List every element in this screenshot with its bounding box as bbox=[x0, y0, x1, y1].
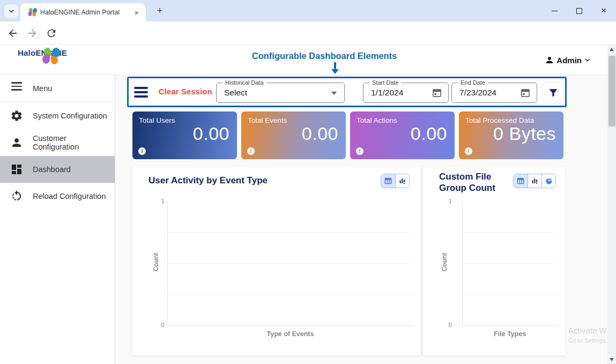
clear-session-button[interactable]: Clear Session bbox=[154, 78, 217, 106]
info-icon[interactable]: i bbox=[138, 147, 146, 155]
y-axis-min-tick: 0 bbox=[155, 322, 165, 328]
chart-type-toggle bbox=[513, 174, 556, 188]
minimize-icon bbox=[552, 11, 558, 11]
gridline bbox=[167, 232, 413, 233]
card-value: 0.00 bbox=[411, 123, 447, 144]
info-icon[interactable]: i bbox=[247, 147, 255, 155]
annotation-arrow-icon bbox=[334, 62, 336, 69]
chart-panel-user-activity: User Activity by Event Type 1 0 Count Ty… bbox=[132, 166, 421, 355]
browser-tab[interactable]: HaloENGINE Admin Portal × bbox=[20, 3, 146, 21]
chart-title: Custom File Group Count bbox=[439, 171, 509, 194]
new-tab-button[interactable]: + bbox=[153, 4, 166, 17]
bar-chart-icon bbox=[398, 177, 406, 185]
window-maximize-button[interactable] bbox=[567, 0, 591, 21]
card-label: Total Events bbox=[248, 116, 287, 124]
start-date-field[interactable]: Start Date 1/1/2024 bbox=[363, 83, 449, 103]
maximize-icon bbox=[576, 8, 582, 14]
stat-card-total-actions: Total Actions 0.00 i bbox=[350, 112, 455, 159]
app-header: HaloENGINE Configurable Dashboard Elemen… bbox=[0, 45, 607, 75]
sidebar-item-label: Dashboard bbox=[33, 165, 71, 174]
favicon bbox=[28, 8, 33, 17]
card-value: 0.00 bbox=[302, 123, 338, 144]
chart-type-toggle bbox=[381, 174, 410, 188]
dashboard-icon bbox=[10, 163, 23, 176]
info-icon[interactable]: i bbox=[465, 147, 472, 155]
watermark-line2: Go to Settings bbox=[568, 337, 607, 344]
bar-chart-view-button[interactable] bbox=[395, 174, 409, 188]
x-axis-label: Type of Events bbox=[167, 330, 413, 338]
historical-data-select[interactable]: Historical Data Select bbox=[216, 83, 345, 103]
y-axis-min-tick: 0 bbox=[442, 322, 452, 328]
sidebar-item-menu[interactable]: Menu bbox=[0, 75, 115, 102]
gridline bbox=[462, 263, 558, 264]
stat-card-total-events: Total Events 0.00 i bbox=[241, 112, 346, 159]
table-view-button[interactable] bbox=[514, 174, 528, 188]
chevron-down-icon bbox=[8, 8, 14, 14]
filter-funnel-icon bbox=[548, 87, 559, 98]
app-viewport: HaloENGINE Configurable Dashboard Elemen… bbox=[0, 45, 607, 364]
card-value: 0.00 bbox=[193, 123, 229, 144]
menu-toggle-icon[interactable] bbox=[134, 85, 150, 100]
forward-icon[interactable] bbox=[26, 27, 38, 39]
sidebar-item-label: Menu bbox=[33, 84, 52, 93]
y-axis-max-tick: 1 bbox=[442, 198, 452, 204]
calendar-icon[interactable] bbox=[520, 87, 531, 98]
dashboard-toolbar: Clear Session Historical Data Select Sta… bbox=[127, 77, 567, 107]
gear-icon bbox=[10, 109, 23, 122]
chart-title: User Activity by Event Type bbox=[149, 175, 268, 186]
dropdown-arrow-icon[interactable] bbox=[331, 92, 337, 95]
table-icon bbox=[384, 177, 392, 185]
bar-chart-icon bbox=[531, 177, 539, 185]
page-scrollbar[interactable] bbox=[607, 45, 616, 364]
annotation-text: Configurable Dashboard Elements bbox=[209, 51, 440, 61]
sidebar-item-customer-configuration[interactable]: Customer Configuration bbox=[0, 129, 115, 156]
table-view-button[interactable] bbox=[381, 174, 395, 188]
sidebar-item-reload-configuration[interactable]: Reload Configuration bbox=[0, 183, 115, 210]
logo-text: HaloENGINE bbox=[13, 48, 72, 57]
pie-chart-view-button[interactable] bbox=[541, 174, 555, 188]
gridline bbox=[462, 232, 558, 233]
x-axis-line bbox=[167, 325, 413, 326]
end-date-field[interactable]: End Date 7/23/2024 bbox=[451, 83, 537, 103]
scrollbar-thumb[interactable] bbox=[608, 56, 615, 127]
card-label: Total Actions bbox=[357, 116, 397, 124]
end-date-value: 7/23/2024 bbox=[459, 83, 496, 102]
main-content: Clear Session Historical Data Select Sta… bbox=[115, 75, 607, 364]
activate-windows-watermark: Activate Windows Go to Settings bbox=[568, 326, 607, 344]
card-value: 0 Bytes bbox=[493, 123, 556, 144]
stat-card-total-users: Total Users 0.00 i bbox=[132, 112, 237, 159]
x-axis-line bbox=[462, 325, 558, 326]
admin-label: Admin bbox=[556, 56, 582, 65]
y-axis-label: Count bbox=[152, 246, 160, 278]
window-close-button[interactable]: × bbox=[591, 0, 616, 21]
back-icon[interactable] bbox=[7, 27, 19, 39]
tab-search-button[interactable] bbox=[4, 4, 18, 18]
watermark-line1: Activate Windows bbox=[568, 326, 607, 335]
pie-chart-icon bbox=[545, 177, 553, 185]
reload-page-icon[interactable] bbox=[46, 27, 57, 39]
browser-navbar: ⓘ localhost:8746/haloengine-admin/ui/app… bbox=[0, 21, 616, 45]
browser-titlebar: HaloENGINE Admin Portal × + × bbox=[0, 0, 616, 21]
sidebar-item-dashboard[interactable]: Dashboard bbox=[0, 156, 115, 183]
chevron-down-icon bbox=[584, 56, 591, 64]
bar-chart-view-button[interactable] bbox=[528, 174, 541, 188]
sidebar-item-system-configuration[interactable]: System Configuration bbox=[0, 102, 115, 129]
historical-data-value: Select bbox=[224, 83, 247, 102]
scrollbar-up-arrow-icon[interactable] bbox=[610, 48, 614, 51]
x-axis-label: File Types bbox=[462, 330, 558, 338]
table-icon bbox=[516, 177, 525, 185]
scrollbar-down-arrow-icon[interactable] bbox=[610, 358, 614, 361]
window-minimize-button[interactable] bbox=[542, 0, 567, 21]
tab-close-icon[interactable]: × bbox=[132, 8, 140, 17]
person-icon bbox=[10, 136, 23, 149]
tab-title: HaloENGINE Admin Portal bbox=[40, 9, 132, 16]
calendar-icon[interactable] bbox=[432, 87, 442, 98]
filter-button[interactable] bbox=[543, 83, 563, 103]
y-axis-label: Count bbox=[441, 246, 448, 278]
admin-user-menu[interactable]: Admin bbox=[545, 55, 591, 65]
info-icon[interactable]: i bbox=[356, 147, 363, 155]
gridline bbox=[167, 263, 413, 264]
start-date-value: 1/1/2024 bbox=[371, 83, 403, 102]
card-label: Total Users bbox=[139, 116, 175, 124]
gridline bbox=[462, 294, 558, 295]
